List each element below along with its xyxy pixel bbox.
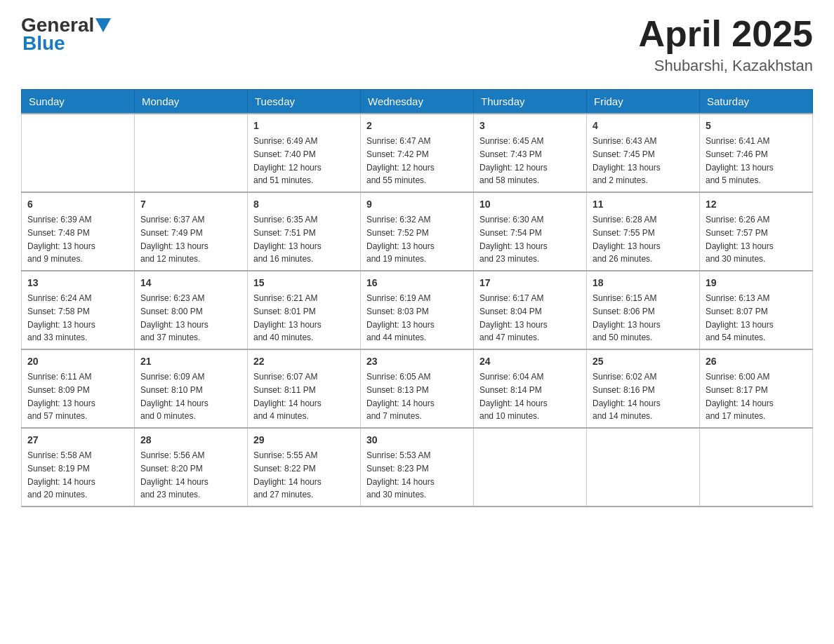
calendar-cell: 6Sunrise: 6:39 AM Sunset: 7:48 PM Daylig… [22, 192, 135, 271]
logo: General Blue [21, 14, 111, 55]
calendar-cell: 17Sunrise: 6:17 AM Sunset: 8:04 PM Dayli… [474, 271, 587, 349]
day-number: 8 [253, 197, 355, 212]
day-info: Sunrise: 6:47 AM Sunset: 7:42 PM Dayligh… [366, 136, 435, 185]
day-number: 22 [253, 354, 355, 369]
day-info: Sunrise: 5:55 AM Sunset: 8:22 PM Dayligh… [253, 450, 322, 499]
day-info: Sunrise: 6:21 AM Sunset: 8:01 PM Dayligh… [253, 293, 322, 342]
day-number: 14 [140, 276, 241, 290]
calendar-week-row: 20Sunrise: 6:11 AM Sunset: 8:09 PM Dayli… [22, 349, 813, 428]
day-info: Sunrise: 6:17 AM Sunset: 8:04 PM Dayligh… [479, 293, 548, 342]
weekday-header-wednesday: Wednesday [361, 90, 474, 114]
calendar-cell: 1Sunrise: 6:49 AM Sunset: 7:40 PM Daylig… [248, 114, 361, 192]
calendar-title: April 2025 [638, 14, 813, 54]
calendar-cell: 23Sunrise: 6:05 AM Sunset: 8:13 PM Dayli… [361, 349, 474, 428]
day-number: 11 [593, 197, 694, 212]
calendar-cell: 13Sunrise: 6:24 AM Sunset: 7:58 PM Dayli… [22, 271, 135, 349]
svg-marker-0 [95, 18, 111, 32]
calendar-cell: 8Sunrise: 6:35 AM Sunset: 7:51 PM Daylig… [248, 192, 361, 271]
page-header: General Blue April 2025 Shubarshi, Kazak… [21, 14, 813, 75]
day-info: Sunrise: 6:37 AM Sunset: 7:49 PM Dayligh… [140, 215, 208, 264]
calendar-cell [587, 428, 700, 507]
day-number: 16 [366, 276, 468, 290]
day-number: 30 [366, 433, 468, 448]
calendar-cell: 20Sunrise: 6:11 AM Sunset: 8:09 PM Dayli… [22, 349, 135, 428]
day-number: 6 [27, 197, 128, 212]
day-number: 29 [253, 433, 355, 448]
calendar-cell: 25Sunrise: 6:02 AM Sunset: 8:16 PM Dayli… [587, 349, 700, 428]
day-number: 24 [479, 354, 581, 369]
day-number: 25 [593, 354, 694, 369]
day-info: Sunrise: 6:28 AM Sunset: 7:55 PM Dayligh… [593, 215, 661, 264]
calendar-cell [135, 114, 248, 192]
day-info: Sunrise: 5:58 AM Sunset: 8:19 PM Dayligh… [27, 450, 95, 499]
calendar-cell [474, 428, 587, 507]
day-number: 15 [253, 276, 355, 290]
calendar-cell: 28Sunrise: 5:56 AM Sunset: 8:20 PM Dayli… [135, 428, 248, 507]
day-info: Sunrise: 6:11 AM Sunset: 8:09 PM Dayligh… [27, 372, 95, 421]
day-info: Sunrise: 6:30 AM Sunset: 7:54 PM Dayligh… [479, 215, 548, 264]
calendar-cell: 22Sunrise: 6:07 AM Sunset: 8:11 PM Dayli… [248, 349, 361, 428]
calendar-cell: 19Sunrise: 6:13 AM Sunset: 8:07 PM Dayli… [700, 271, 813, 349]
calendar-subtitle: Shubarshi, Kazakhstan [638, 57, 813, 75]
weekday-header-thursday: Thursday [474, 90, 587, 114]
calendar-cell: 21Sunrise: 6:09 AM Sunset: 8:10 PM Dayli… [135, 349, 248, 428]
calendar-cell: 7Sunrise: 6:37 AM Sunset: 7:49 PM Daylig… [135, 192, 248, 271]
calendar-cell: 11Sunrise: 6:28 AM Sunset: 7:55 PM Dayli… [587, 192, 700, 271]
day-info: Sunrise: 6:07 AM Sunset: 8:11 PM Dayligh… [253, 372, 322, 421]
day-info: Sunrise: 6:00 AM Sunset: 8:17 PM Dayligh… [706, 372, 774, 421]
calendar-cell: 4Sunrise: 6:43 AM Sunset: 7:45 PM Daylig… [587, 114, 700, 192]
calendar-week-row: 1Sunrise: 6:49 AM Sunset: 7:40 PM Daylig… [22, 114, 813, 192]
day-info: Sunrise: 6:05 AM Sunset: 8:13 PM Dayligh… [366, 372, 435, 421]
calendar-cell [22, 114, 135, 192]
calendar-cell: 14Sunrise: 6:23 AM Sunset: 8:00 PM Dayli… [135, 271, 248, 349]
day-number: 19 [706, 276, 807, 290]
day-number: 3 [479, 119, 581, 133]
calendar-cell: 26Sunrise: 6:00 AM Sunset: 8:17 PM Dayli… [700, 349, 813, 428]
day-number: 18 [593, 276, 694, 290]
calendar-cell: 24Sunrise: 6:04 AM Sunset: 8:14 PM Dayli… [474, 349, 587, 428]
calendar-cell: 18Sunrise: 6:15 AM Sunset: 8:06 PM Dayli… [587, 271, 700, 349]
calendar-week-row: 6Sunrise: 6:39 AM Sunset: 7:48 PM Daylig… [22, 192, 813, 271]
day-info: Sunrise: 6:23 AM Sunset: 8:00 PM Dayligh… [140, 293, 208, 342]
day-number: 13 [27, 276, 128, 290]
calendar-cell: 16Sunrise: 6:19 AM Sunset: 8:03 PM Dayli… [361, 271, 474, 349]
day-number: 10 [479, 197, 581, 212]
calendar-cell: 27Sunrise: 5:58 AM Sunset: 8:19 PM Dayli… [22, 428, 135, 507]
day-info: Sunrise: 6:43 AM Sunset: 7:45 PM Dayligh… [593, 136, 661, 185]
calendar-cell: 15Sunrise: 6:21 AM Sunset: 8:01 PM Dayli… [248, 271, 361, 349]
calendar-cell: 3Sunrise: 6:45 AM Sunset: 7:43 PM Daylig… [474, 114, 587, 192]
day-info: Sunrise: 6:19 AM Sunset: 8:03 PM Dayligh… [366, 293, 435, 342]
day-info: Sunrise: 6:26 AM Sunset: 7:57 PM Dayligh… [706, 215, 774, 264]
day-number: 23 [366, 354, 468, 369]
calendar-cell: 30Sunrise: 5:53 AM Sunset: 8:23 PM Dayli… [361, 428, 474, 507]
day-number: 5 [706, 119, 807, 133]
weekday-header-saturday: Saturday [700, 90, 813, 114]
day-info: Sunrise: 6:39 AM Sunset: 7:48 PM Dayligh… [27, 215, 95, 264]
day-info: Sunrise: 6:45 AM Sunset: 7:43 PM Dayligh… [479, 136, 548, 185]
day-info: Sunrise: 5:56 AM Sunset: 8:20 PM Dayligh… [140, 450, 208, 499]
calendar-cell: 29Sunrise: 5:55 AM Sunset: 8:22 PM Dayli… [248, 428, 361, 507]
logo-arrow-icon [95, 18, 111, 34]
calendar-cell: 9Sunrise: 6:32 AM Sunset: 7:52 PM Daylig… [361, 192, 474, 271]
calendar-week-row: 27Sunrise: 5:58 AM Sunset: 8:19 PM Dayli… [22, 428, 813, 507]
day-info: Sunrise: 6:41 AM Sunset: 7:46 PM Dayligh… [706, 136, 774, 185]
day-info: Sunrise: 6:24 AM Sunset: 7:58 PM Dayligh… [27, 293, 95, 342]
calendar-cell [700, 428, 813, 507]
weekday-header-row: SundayMondayTuesdayWednesdayThursdayFrid… [22, 90, 813, 114]
weekday-header-friday: Friday [587, 90, 700, 114]
logo-blue: Blue [22, 32, 65, 55]
day-number: 28 [140, 433, 241, 448]
day-number: 4 [593, 119, 694, 133]
day-info: Sunrise: 6:04 AM Sunset: 8:14 PM Dayligh… [479, 372, 548, 421]
calendar-cell: 12Sunrise: 6:26 AM Sunset: 7:57 PM Dayli… [700, 192, 813, 271]
day-number: 9 [366, 197, 468, 212]
weekday-header-monday: Monday [135, 90, 248, 114]
day-number: 12 [706, 197, 807, 212]
day-info: Sunrise: 6:15 AM Sunset: 8:06 PM Dayligh… [593, 293, 661, 342]
calendar-cell: 10Sunrise: 6:30 AM Sunset: 7:54 PM Dayli… [474, 192, 587, 271]
day-number: 2 [366, 119, 468, 133]
calendar-table: SundayMondayTuesdayWednesdayThursdayFrid… [21, 89, 813, 507]
day-number: 27 [27, 433, 128, 448]
weekday-header-tuesday: Tuesday [248, 90, 361, 114]
day-number: 17 [479, 276, 581, 290]
